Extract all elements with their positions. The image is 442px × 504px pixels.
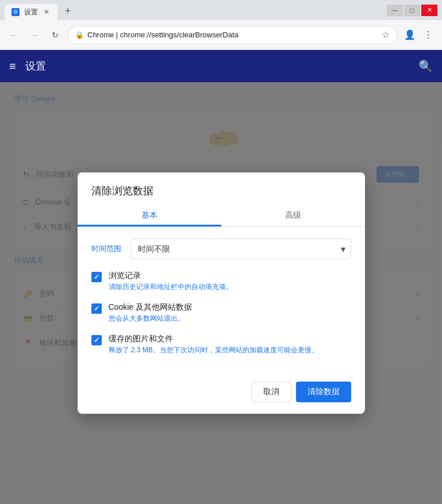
time-range-select[interactable]: 最近一小时 最近24小时 最近7天 最近4周 时间不限: [130, 238, 351, 259]
clear-browser-data-dialog: 清除浏览数据 基本 高级 时间范围 最近一小时 最近24小时 最近7天 最近4: [78, 172, 365, 414]
cache-desc: 释放了 2.3 MB。当您下次访问时，某些网站的加载速度可能会更慢。: [109, 345, 351, 355]
time-range-select-wrapper[interactable]: 最近一小时 最近24小时 最近7天 最近4周 时间不限 ▾: [130, 238, 351, 259]
active-tab[interactable]: ⚙ 设置 ✕: [5, 4, 57, 20]
time-range-label: 时间范围: [91, 244, 121, 254]
browsing-history-checkbox[interactable]: ✓: [91, 272, 102, 282]
address-text: Chrome | chrome://settings/clearBrowserD…: [87, 30, 239, 39]
menu-icon[interactable]: ⋮: [420, 27, 436, 43]
window-title-bar: ⚙ 设置 ✕ + ─ □ ✕: [0, 0, 442, 20]
dialog-overlay: 清除浏览数据 基本 高级 时间范围 最近一小时 最近24小时 最近7天 最近4: [0, 82, 442, 504]
cache-label: 缓存的图片和文件: [109, 334, 351, 344]
cookies-text: Cookie 及其他网站数据 您会从大多数网站退出。: [109, 302, 351, 324]
checkmark-icon-3: ✓: [94, 336, 99, 344]
time-range-row: 时间范围 最近一小时 最近24小时 最近7天 最近4周 时间不限 ▾: [91, 238, 351, 259]
tab-advanced[interactable]: 高级: [221, 205, 365, 226]
secure-icon: 🔒: [75, 31, 84, 39]
checkmark-icon: ✓: [94, 273, 99, 281]
cache-checkbox[interactable]: ✓: [91, 335, 102, 345]
cookies-checkbox[interactable]: ✓: [91, 303, 102, 314]
settings-title: 设置: [25, 59, 46, 73]
cookies-desc: 您会从大多数网站退出。: [109, 314, 351, 324]
browsing-history-text: 浏览记录 清除历史记录和地址栏中的自动填充项。: [109, 271, 351, 292]
tab-basic[interactable]: 基本: [78, 205, 221, 226]
back-button[interactable]: ←: [6, 27, 22, 43]
dialog-footer: 取消 清除数据: [78, 377, 365, 414]
forward-button[interactable]: →: [26, 27, 43, 43]
profile-icon[interactable]: 👤: [402, 27, 418, 43]
settings-background: 您与 Google ↻ 同步功能和 步功能... C Chrome 会 › ↑: [0, 82, 442, 504]
search-icon[interactable]: 🔍: [418, 59, 433, 73]
tab-close-icon[interactable]: ✕: [43, 8, 51, 16]
tab-label: 设置: [24, 7, 38, 17]
dialog-tabs: 基本 高级: [78, 205, 365, 227]
app-header: ≡ 设置 🔍: [0, 50, 442, 82]
address-bar: ← → ↻ 🔒 Chrome | chrome://settings/clear…: [0, 20, 442, 50]
bookmark-icon[interactable]: ☆: [382, 29, 390, 40]
hamburger-menu-icon[interactable]: ≡: [9, 60, 16, 73]
browsing-history-label: 浏览记录: [109, 271, 351, 281]
cache-item: ✓ 缓存的图片和文件 释放了 2.3 MB。当您下次访问时，某些网站的加载速度可…: [91, 334, 351, 355]
maximize-button[interactable]: □: [404, 5, 420, 16]
close-button[interactable]: ✕: [421, 5, 437, 16]
cookies-item: ✓ Cookie 及其他网站数据 您会从大多数网站退出。: [91, 302, 351, 324]
browsing-history-item: ✓ 浏览记录 清除历史记录和地址栏中的自动填充项。: [91, 271, 351, 292]
checkmark-icon-2: ✓: [94, 305, 99, 313]
cache-text: 缓存的图片和文件 释放了 2.3 MB。当您下次访问时，某些网站的加载速度可能会…: [109, 334, 351, 355]
cancel-button[interactable]: 取消: [251, 382, 291, 402]
cookies-label: Cookie 及其他网站数据: [109, 302, 351, 313]
window-controls: ─ □ ✕: [387, 5, 437, 16]
browsing-history-desc: 清除历史记录和地址栏中的自动填充项。: [109, 282, 351, 292]
tab-favicon: ⚙: [11, 8, 20, 16]
dialog-body: 时间范围 最近一小时 最近24小时 最近7天 最近4周 时间不限 ▾: [78, 227, 365, 377]
address-input[interactable]: 🔒 Chrome | chrome://settings/clearBrowse…: [68, 26, 397, 44]
tab-bar: ⚙ 设置 ✕ +: [5, 0, 76, 20]
clear-data-button[interactable]: 清除数据: [296, 382, 351, 402]
minimize-button[interactable]: ─: [387, 5, 403, 16]
toolbar-icons: 👤 ⋮: [402, 27, 436, 43]
new-tab-button[interactable]: +: [60, 3, 76, 19]
refresh-button[interactable]: ↻: [47, 27, 63, 43]
dialog-title: 清除浏览数据: [78, 172, 365, 198]
